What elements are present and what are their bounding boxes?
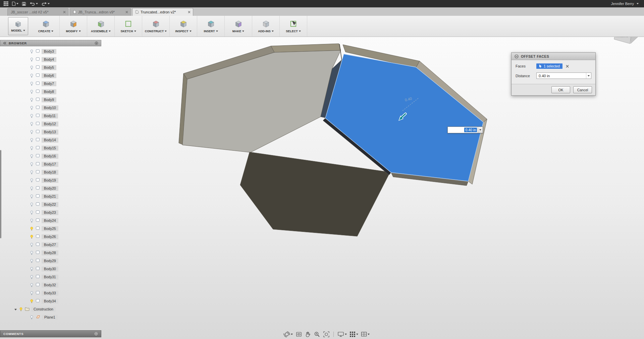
save-icon[interactable] <box>21 1 27 7</box>
toolbar-group-icon[interactable] <box>178 19 189 29</box>
document-tab[interactable]: JB_Trunca...edron v9* <box>70 8 131 16</box>
visibility-bulb-icon[interactable] <box>30 210 34 215</box>
browser-body-label[interactable]: Body28 <box>42 250 58 255</box>
tab-close-icon[interactable] <box>188 11 191 13</box>
visibility-bulb-icon[interactable] <box>30 146 34 150</box>
browser-construction-label[interactable]: Construction <box>31 307 56 312</box>
toolbar-group-icon[interactable] <box>123 19 133 29</box>
browser-body-row[interactable]: Body3 <box>0 47 101 55</box>
visibility-bulb-icon[interactable] <box>30 65 34 70</box>
browser-body-row[interactable]: Body19 <box>0 176 101 184</box>
browser-body-label[interactable]: Body25 <box>42 226 58 231</box>
visibility-bulb-icon[interactable] <box>30 162 34 166</box>
undo-icon[interactable] <box>29 1 39 7</box>
visibility-bulb-icon[interactable] <box>30 194 34 199</box>
visibility-bulb-icon[interactable] <box>30 130 34 134</box>
pan-icon[interactable] <box>305 331 311 338</box>
visibility-bulb-icon[interactable] <box>30 49 34 54</box>
toolbar-group-icon[interactable] <box>206 19 216 29</box>
look-at-icon[interactable] <box>296 331 302 338</box>
visibility-bulb-icon[interactable] <box>30 283 34 287</box>
browser-body-row[interactable]: Body9 <box>0 96 101 104</box>
tab-close-icon[interactable] <box>125 11 128 13</box>
browser-body-row[interactable]: Body10 <box>0 104 101 112</box>
visibility-bulb-icon[interactable] <box>30 259 34 263</box>
collapse-panel-icon[interactable] <box>3 42 6 45</box>
toolbar-group[interactable]: ASSEMBLE <box>87 16 115 37</box>
browser-body-label[interactable]: Body11 <box>42 113 58 118</box>
browser-body-label[interactable]: Body30 <box>42 267 58 272</box>
browser-body-label[interactable]: Body18 <box>42 170 58 175</box>
dimension-input[interactable]: 0.40 in <box>447 127 483 133</box>
grid-settings-icon[interactable] <box>350 331 358 337</box>
browser-body-label[interactable]: Body12 <box>42 122 58 127</box>
browser-body-label[interactable]: Body20 <box>42 186 58 191</box>
document-tab[interactable]: JB_soccer ...old #2 v5* <box>7 8 68 16</box>
browser-body-label[interactable]: Body31 <box>42 275 58 280</box>
browser-body-row[interactable]: Body23 <box>0 208 101 216</box>
toolbar-group[interactable]: CONSTRUCT <box>142 16 170 37</box>
browser-body-row[interactable]: Body31 <box>0 273 101 281</box>
browser-body-label[interactable]: Body6 <box>42 73 56 78</box>
visibility-bulb-icon[interactable] <box>30 235 34 239</box>
browser-body-label[interactable]: Body10 <box>42 105 58 110</box>
visibility-bulb-icon[interactable] <box>30 227 34 231</box>
panel-display-toggle-icon[interactable] <box>95 41 98 45</box>
browser-plane-row[interactable]: Plane1 <box>0 313 101 321</box>
browser-scrollbar[interactable] <box>0 150 1 238</box>
comments-panel-header[interactable]: COMMENTS <box>0 330 101 337</box>
visibility-bulb-icon[interactable] <box>30 57 34 62</box>
browser-body-row[interactable]: Body15 <box>0 144 101 152</box>
browser-body-label[interactable]: Body26 <box>42 234 58 239</box>
browser-body-row[interactable]: Body18 <box>0 168 101 176</box>
browser-body-row[interactable]: Body12 <box>0 120 101 128</box>
browser-body-label[interactable]: Body19 <box>42 178 58 183</box>
workspace-selector[interactable]: MODEL <box>8 17 28 35</box>
orbit-icon[interactable] <box>283 331 293 338</box>
toolbar-group-icon[interactable] <box>96 19 106 29</box>
browser-panel-header[interactable]: BROWSER <box>0 40 101 46</box>
browser-body-row[interactable]: Body7 <box>0 80 101 88</box>
browser-body-row[interactable]: Body13 <box>0 128 101 136</box>
distance-dropdown-icon[interactable] <box>586 73 591 79</box>
browser-body-label[interactable]: Body24 <box>42 218 58 223</box>
cancel-button[interactable]: Cancel <box>573 86 592 93</box>
zoom-icon[interactable] <box>314 331 320 338</box>
browser-construction-row[interactable]: Construction <box>0 305 101 313</box>
fit-to-window-icon[interactable] <box>323 331 330 338</box>
visibility-bulb-icon[interactable] <box>30 114 34 118</box>
faces-selected-chip[interactable]: 1 selected <box>536 63 562 69</box>
panel-display-toggle-icon[interactable] <box>94 332 98 336</box>
browser-body-row[interactable]: Body21 <box>0 192 101 200</box>
browser-body-row[interactable]: Body25 <box>0 225 101 233</box>
dialog-title-bar[interactable]: OFFSET FACES <box>512 53 595 60</box>
browser-body-label[interactable]: Body5 <box>42 65 56 70</box>
tree-expand-icon[interactable] <box>14 306 17 312</box>
collapse-dialog-icon[interactable] <box>515 54 519 58</box>
visibility-bulb-icon[interactable] <box>30 291 34 295</box>
browser-body-label[interactable]: Body15 <box>42 146 58 151</box>
file-new-icon[interactable] <box>11 1 19 7</box>
toolbar-group-icon[interactable] <box>68 19 78 29</box>
toolbar-group-icon[interactable] <box>288 19 299 29</box>
browser-body-row[interactable]: Body29 <box>0 257 101 265</box>
browser-body-row[interactable]: Body11 <box>0 112 101 120</box>
visibility-bulb-icon[interactable] <box>30 251 34 255</box>
visibility-bulb-icon[interactable] <box>30 243 34 247</box>
toolbar-group-icon[interactable] <box>233 19 244 29</box>
toolbar-group[interactable]: ADD-INS <box>252 16 280 37</box>
browser-body-label[interactable]: Body14 <box>42 138 58 143</box>
browser-body-label[interactable]: Body9 <box>42 97 56 102</box>
browser-plane-label[interactable]: Plane1 <box>42 315 58 320</box>
browser-body-row[interactable]: Body28 <box>0 249 101 257</box>
visibility-bulb-icon[interactable] <box>30 299 34 303</box>
visibility-bulb-icon[interactable] <box>30 219 34 223</box>
browser-body-label[interactable]: Body17 <box>42 162 58 167</box>
browser-body-row[interactable]: Body22 <box>0 200 101 208</box>
browser-body-label[interactable]: Body16 <box>42 154 58 159</box>
ok-button[interactable]: OK <box>551 86 570 93</box>
visibility-bulb-icon[interactable] <box>30 178 34 183</box>
dimension-dropdown-icon[interactable] <box>478 127 483 133</box>
browser-body-row[interactable]: Body20 <box>0 184 101 192</box>
browser-body-label[interactable]: Body32 <box>42 283 58 288</box>
